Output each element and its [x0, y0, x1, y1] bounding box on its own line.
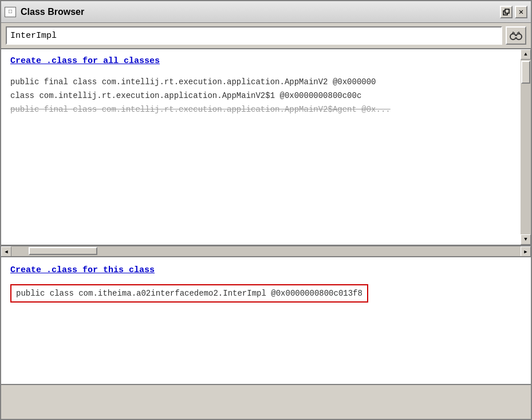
- hscroll-track: [11, 246, 521, 256]
- class-list: public final class com.intellij.rt.execu…: [10, 75, 517, 116]
- lower-panel-content: Create .class for this class public clas…: [1, 258, 531, 384]
- scroll-right-button[interactable]: ▶: [521, 246, 531, 257]
- main-window: □ Class Browser ✕: [0, 0, 532, 420]
- list-item[interactable]: public final class com.intellij.rt.execu…: [10, 75, 517, 89]
- title-bar-buttons: ✕: [500, 6, 527, 18]
- window-icon: □: [5, 7, 16, 17]
- create-all-link[interactable]: Create .class for all classes: [10, 56, 517, 66]
- horizontal-scrollbar: ◀ ▶: [1, 246, 531, 256]
- vertical-scrollbar: ▲ ▼: [521, 49, 531, 245]
- search-input[interactable]: [6, 26, 502, 45]
- list-item[interactable]: public final class com.intellij.rt.execu…: [10, 103, 517, 116]
- restore-button[interactable]: [500, 6, 513, 18]
- selected-class-container: public class com.itheima.a02interfacedem…: [10, 284, 522, 303]
- scroll-down-button[interactable]: ▼: [521, 234, 531, 245]
- upper-panel-content: Create .class for all classes public fin…: [1, 49, 531, 245]
- window-title: Class Browser: [21, 7, 495, 17]
- lower-panel: Create .class for this class public clas…: [1, 258, 531, 384]
- create-this-link[interactable]: Create .class for this class: [10, 265, 522, 275]
- status-bar: [1, 384, 531, 419]
- close-button[interactable]: ✕: [515, 6, 527, 18]
- list-item[interactable]: class com.intellij.rt.execution.applicat…: [10, 89, 517, 103]
- scroll-track: [521, 60, 531, 234]
- scroll-left-button[interactable]: ◀: [1, 246, 11, 257]
- upper-panel: Create .class for all classes public fin…: [1, 49, 531, 246]
- search-bar: [1, 23, 531, 49]
- scroll-thumb[interactable]: [521, 61, 530, 84]
- scroll-up-button[interactable]: ▲: [521, 49, 531, 60]
- search-button[interactable]: [506, 26, 526, 45]
- svg-rect-1: [505, 9, 509, 13]
- selected-class-text[interactable]: public class com.itheima.a02interfacedem…: [10, 284, 368, 303]
- hscroll-thumb[interactable]: [29, 247, 97, 255]
- title-bar: □ Class Browser ✕: [1, 1, 531, 23]
